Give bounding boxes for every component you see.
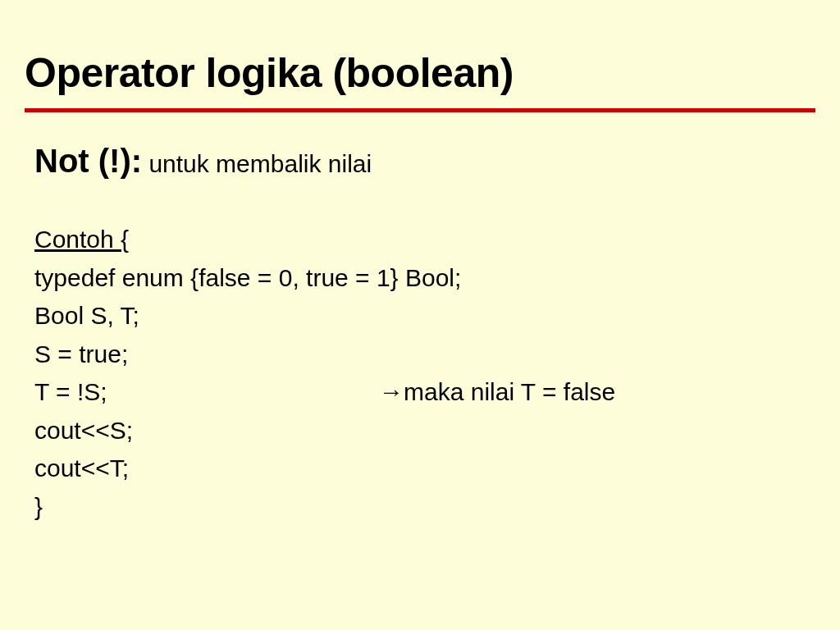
spacer bbox=[34, 186, 815, 221]
code-line-cout-t: cout<<T; bbox=[34, 450, 815, 488]
code-line-decl: Bool S, T; bbox=[34, 297, 815, 336]
example-label: Contoh { bbox=[34, 221, 815, 259]
annotation-text: maka nilai T = false bbox=[404, 378, 615, 405]
slide: Operator logika (boolean) Not (!): untuk… bbox=[0, 0, 840, 630]
not-operator-label: Not (!): bbox=[34, 143, 142, 179]
code-left-t: T = !S; bbox=[34, 373, 379, 412]
subheading-line: Not (!): untuk membalik nilai bbox=[34, 135, 815, 186]
slide-title: Operator logika (boolean) bbox=[25, 49, 815, 97]
code-right-annotation: →maka nilai T = false bbox=[379, 373, 615, 412]
code-line-cout-s: cout<<S; bbox=[34, 412, 815, 450]
arrow-icon: → bbox=[379, 378, 404, 405]
not-operator-desc: untuk membalik nilai bbox=[142, 150, 372, 177]
code-line-typedef: typedef enum {false = 0, true = 1} Bool; bbox=[34, 259, 815, 298]
code-line-close: } bbox=[34, 488, 815, 527]
code-line-assign-t: T = !S; →maka nilai T = false bbox=[34, 373, 815, 412]
slide-content: Not (!): untuk membalik nilai Contoh { t… bbox=[25, 135, 815, 526]
code-line-assign-s: S = true; bbox=[34, 336, 815, 374]
title-divider bbox=[25, 108, 815, 112]
